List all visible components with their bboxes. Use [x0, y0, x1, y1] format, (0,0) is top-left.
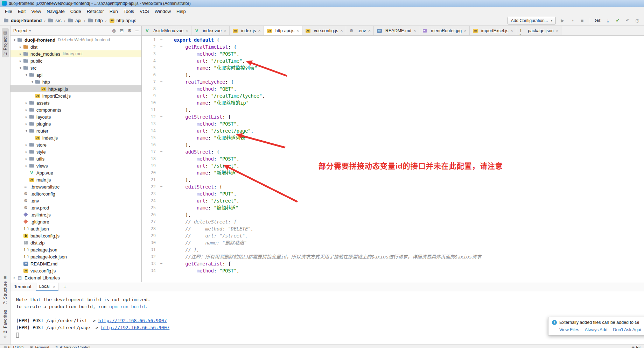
- chevron-right-icon[interactable]: ▸: [24, 101, 29, 105]
- tab-index.js[interactable]: index.js×: [230, 26, 264, 35]
- breadcrumb-api[interactable]: api: [62, 18, 82, 23]
- tree-item-views[interactable]: ▸views: [10, 162, 141, 169]
- menu-item-tools[interactable]: Tools: [121, 8, 137, 15]
- chevron-right-icon[interactable]: ▸: [18, 45, 23, 49]
- tree-item-importExcel.js[interactable]: importExcel.js: [10, 92, 141, 99]
- tree-item-.eslintrc.js[interactable]: .eslintrc.js: [10, 211, 141, 218]
- code-line-1[interactable]: 1−export default {: [142, 36, 644, 43]
- breadcrumb-http[interactable]: http: [81, 18, 103, 23]
- code-editor[interactable]: 1−export default {2− getRealTimeList: {3…: [142, 36, 644, 282]
- tree-item-main.js[interactable]: main.js: [10, 176, 141, 183]
- settings-icon[interactable]: ⚙: [127, 28, 132, 33]
- code-line-13[interactable]: 13 method: "POST",: [142, 120, 644, 127]
- tree-item-dist.zip[interactable]: dist.zip: [10, 239, 141, 246]
- tree-item-node_modules[interactable]: ▸node_moduleslibrary root: [10, 50, 141, 57]
- status-event-log[interactable]: ◉ Ev: [631, 345, 640, 348]
- chevron-down-icon[interactable]: ▾: [29, 29, 31, 33]
- code-line-4[interactable]: 4 url: "/realTime",: [142, 57, 644, 64]
- code-line-3[interactable]: 3 method: "POST",: [142, 50, 644, 57]
- terminal-tab-local[interactable]: Local ×: [36, 283, 58, 291]
- breadcrumb-duoji-frontend[interactable]: duoji-frontend: [4, 18, 42, 23]
- close-icon[interactable]: ×: [556, 28, 559, 33]
- history-icon[interactable]: ◷: [634, 18, 640, 23]
- rollback-icon[interactable]: ↶: [624, 18, 631, 23]
- code-line-27[interactable]: 27 // deleteStreet: {: [142, 218, 644, 225]
- close-icon[interactable]: ×: [511, 28, 513, 33]
- tree-item-dist[interactable]: ▸dist: [10, 43, 141, 50]
- tree-item-duoji-frontend[interactable]: ▾duoji-frontendD:\zheheWeb\duoji-fronten…: [10, 36, 141, 43]
- add-configuration-button[interactable]: Add Configuration... ▾: [507, 17, 556, 24]
- chevron-right-icon[interactable]: ▸: [24, 143, 29, 147]
- status-item-Terminal[interactable]: ▣Terminal: [30, 345, 49, 348]
- tree-item-http-api.js[interactable]: http-api.js: [10, 85, 141, 92]
- menu-item-navigate[interactable]: Navigate: [44, 8, 67, 15]
- tree-item-App.vue[interactable]: App.vue: [10, 169, 141, 176]
- code-line-34[interactable]: 34 method: "POST",: [142, 267, 644, 274]
- code-line-23[interactable]: 23 method: "PUT",: [142, 190, 644, 197]
- chevron-right-icon[interactable]: ▸: [12, 276, 17, 279]
- chevron-right-icon[interactable]: ▸: [24, 150, 29, 154]
- chevron-right-icon[interactable]: ▸: [18, 52, 23, 56]
- chevron-right-icon[interactable]: ▸: [24, 122, 29, 126]
- code-line-12[interactable]: 12− getStreetList: {: [142, 113, 644, 120]
- update-icon[interactable]: ⤓: [605, 18, 611, 23]
- tree-item-.env[interactable]: .env: [10, 197, 141, 204]
- code-line-16[interactable]: 16 },: [142, 141, 644, 148]
- tree-item-README.md[interactable]: README.md: [10, 260, 141, 267]
- stripe-button-favorites[interactable]: 2: Favorites ☆: [2, 308, 9, 341]
- code-line-7[interactable]: 7− realTimeLychee: {: [142, 78, 644, 85]
- tab-package.json[interactable]: package.json×: [516, 26, 561, 35]
- code-line-26[interactable]: 26 },: [142, 211, 644, 218]
- close-icon[interactable]: ×: [368, 28, 371, 33]
- new-terminal-button[interactable]: +: [62, 284, 68, 290]
- menu-item-window[interactable]: Window: [152, 8, 174, 15]
- tree-item-External Libraries[interactable]: ▸External Libraries: [10, 274, 141, 281]
- tree-item-.editorconfig[interactable]: .editorconfig: [10, 190, 141, 197]
- close-icon[interactable]: ×: [413, 28, 416, 33]
- fold-marker[interactable]: −: [158, 43, 165, 50]
- breadcrumb-http-api.js[interactable]: http-api.js: [103, 18, 136, 23]
- notification-action-View Files[interactable]: View Files: [559, 327, 579, 332]
- tree-item-src[interactable]: ▾src: [10, 64, 141, 71]
- tab-http-api.js[interactable]: http-api.js×: [264, 26, 302, 35]
- tree-item-utils[interactable]: ▸utils: [10, 155, 141, 162]
- close-icon[interactable]: ×: [224, 28, 226, 33]
- fold-marker[interactable]: −: [158, 78, 165, 85]
- hide-icon[interactable]: ─: [135, 28, 139, 33]
- tree-item-index.js[interactable]: index.js: [10, 134, 141, 141]
- code-line-5[interactable]: 5 name: "获取实时监控列表": [142, 64, 644, 71]
- chevron-down-icon[interactable]: ▾: [18, 66, 23, 70]
- tree-item-package.json[interactable]: package.json: [10, 246, 141, 253]
- code-line-24[interactable]: 24 url: "/street",: [142, 197, 644, 204]
- commit-icon[interactable]: ✔: [615, 18, 621, 23]
- close-icon[interactable]: ×: [186, 28, 188, 33]
- tab-.env[interactable]: .env×: [346, 26, 374, 35]
- menu-item-code[interactable]: Code: [68, 8, 84, 15]
- chevron-right-icon[interactable]: ▸: [24, 108, 29, 112]
- close-icon[interactable]: ×: [464, 28, 467, 33]
- code-line-28[interactable]: 28 // method: "DELETE",: [142, 225, 644, 232]
- code-line-15[interactable]: 15 name: "获取巷道列表": [142, 134, 644, 141]
- tree-item-.gitignore[interactable]: .gitignore: [10, 218, 141, 225]
- code-line-10[interactable]: 10 name: "获取荔枝的ip": [142, 99, 644, 106]
- status-item-6: TODO[interactable]: ▤6: TODO: [4, 345, 23, 348]
- tab-menuRouter.jpg[interactable]: menuRouter.jpg×: [419, 26, 470, 35]
- menu-item-file[interactable]: File: [2, 8, 15, 15]
- tree-item-store[interactable]: ▸store: [10, 141, 141, 148]
- tab-index.vue[interactable]: index.vue×: [191, 26, 230, 35]
- tree-item-babel.config.js[interactable]: babel.config.js: [10, 232, 141, 239]
- chevron-down-icon[interactable]: ▾: [24, 129, 29, 133]
- status-item-9: Version Control[interactable]: ⇅9: Version Control: [55, 345, 90, 348]
- terminal-link[interactable]: http://192.168.66.56:9007: [98, 318, 167, 323]
- tree-item-assets[interactable]: ▸assets: [10, 99, 141, 106]
- menu-item-help[interactable]: Help: [174, 8, 189, 15]
- code-line-33[interactable]: 33− getCameraList: {: [142, 260, 644, 267]
- menu-item-edit[interactable]: Edit: [15, 8, 28, 15]
- chevron-right-icon[interactable]: ▸: [24, 157, 29, 161]
- close-icon[interactable]: ×: [258, 28, 261, 33]
- code-line-14[interactable]: 14 url: "/street/page",: [142, 127, 644, 134]
- collapse-icon[interactable]: ⊟: [120, 28, 124, 33]
- menu-item-view[interactable]: View: [28, 8, 44, 15]
- tree-item-layouts[interactable]: ▸layouts: [10, 113, 141, 120]
- code-line-21[interactable]: 21 },: [142, 176, 644, 183]
